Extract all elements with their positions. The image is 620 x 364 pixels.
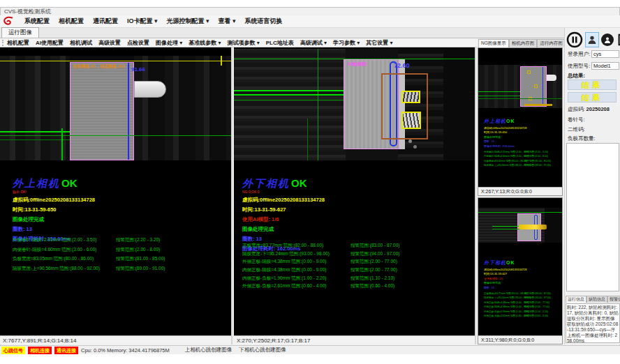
tool-test-item-params[interactable]: 测试项参数 ▾ [228,39,260,47]
process-done-line: 图像处理完成 [484,135,559,139]
yellow-baseline [0,61,231,61]
tool-ai-usage-config[interactable]: AI使用配置 [36,39,64,47]
tab-run-memory-image[interactable]: 运行内存图 [537,39,566,47]
tool-advanced-debug[interactable]: 高级调试 ▾ [300,39,327,47]
turns-line: 圈数: 13 [484,139,559,143]
camera-panel-lower: AI检测框 72.60 外下相机OK NG:0;OK:0 虚拟码:0ffline… [234,47,476,344]
mini-panel-upper[interactable]: 外上相机OK 虚拟码:0ffline20250208133134728 时间:1… [478,47,563,196]
model-row: 使用型号: Model1 [568,62,619,70]
tool-learning-params[interactable]: 学习参数 ▾ [333,39,360,47]
run-log-text[interactable]: 耗时: 222, 缺陷检测耗时: 17, 缺陷分离耗时: 0, 缺陷提取分区耗时… [566,303,620,343]
admin-mode-button[interactable] [601,33,614,46]
model-value[interactable]: Model1 [591,62,619,70]
time-line: 时间:13-31-59-627 [242,206,466,213]
tool-plc-address-table[interactable]: PLC地址表 [266,39,294,47]
measurement-text: 外侧正极-负极=2.61mm 范围:(0.60 - 4.00) [484,314,529,317]
measure-blue-line [128,63,129,160]
menu-view[interactable]: 查看 ▾ [219,17,236,26]
alarm-range: 报警范围:(89.00 - 91.00) [524,164,551,167]
elapsed-line: 图像处理耗时: 258.00ms [484,144,559,148]
tab-run-image[interactable]: 运行图像 [1,27,39,38]
mini-green-line-2 [478,96,520,96]
measurement-row: 外侧正极-负极=2.61mm 范围:(0.60 - 4.00)报警范围:(0.6… [242,283,473,291]
menu-io-config[interactable]: IO卡配置 ▾ [127,17,158,26]
menu-system-config[interactable]: 系统配置 [24,17,50,26]
mini-panel-lower[interactable]: 外下相机OK 虚拟码:0ffline20250208133134728 时间:1… [478,197,563,344]
machine-dot-2 [413,145,417,149]
camera-name: 外下相机 [242,177,290,189]
defect-box-1 [401,91,420,103]
mini-green-line-1 [478,91,520,92]
measurement-row: 正极宽度=83.77mm 范围:(82.00 - 88.00)报警范围:(83.… [484,292,559,295]
tool-image-processing[interactable]: 图像处理 ▾ [156,39,182,47]
green-line-b [234,94,346,96]
tool-camera-debug[interactable]: 相机调试 [70,39,92,47]
toolbar-grip[interactable] [2,40,3,46]
alarm-range: 报警范围:(2.00 - 77.00) [524,301,549,304]
right-side-panel: 登录用户: cys 使用型号: Model1 总结果: 结果 结果 虚拟码: 2… [564,28,620,344]
alarm-range: 报警范围:(2.00 - 77.00) [524,305,549,308]
menu-light-config[interactable]: 光源控制配置 ▾ [167,17,209,26]
tool-advanced-settings[interactable]: 高级设置 [98,39,121,47]
green-vline [61,128,63,160]
measurements-lower: 正极宽度=83.77mm 范围:(82.00 - 88.00)报警范围:(83.… [242,243,473,291]
camera-image-lower[interactable]: AI检测框 72.60 [234,49,475,160]
menu-comm-config[interactable]: 通讯配置 [93,17,118,26]
mini-pixel-coords-upper: X:267;Y:13;R:0;G:0;B:0 [478,187,562,195]
needle-number-label: 卷针号: [568,116,585,123]
tab-defect-info[interactable]: 缺陷信息 [586,296,607,303]
measurement-row: 正极宽度=83.77mm 范围:(82.00 - 88.00)报警范围:(83.… [242,243,473,251]
mini-green-top [478,212,562,213]
mini-yellow-mark-1 [527,70,531,74]
tool-spot-check[interactable]: 点检设置 [127,39,149,47]
electrode-block [70,62,134,160]
mini-camera-title: 外下相机OK [484,259,559,266]
user-mode-button[interactable] [585,32,599,47]
toolbar: 相机配置 AI使用配置 相机调试 高级设置 点检设置 图像处理 ▾ 基准线参数 … [0,38,477,47]
green-line-1 [0,131,70,132]
measurement-text: 外侧正极-负极=2.61mm 范围:(0.60 - 4.00) [242,283,326,288]
virtual-code-value: 20250208 [586,106,610,113]
menu-camera-config[interactable]: 相机配置 [59,17,84,26]
measurement-text: 外侧正极-隔膜=4.38mm 范围:(0.00 - 9.00) [242,259,326,264]
exit-button[interactable] [616,32,620,47]
mini-image-upper [478,65,562,108]
tab-alarm-info[interactable]: 报警信息 [607,296,620,303]
login-user-label: 登录用户: [568,51,590,58]
camera-status-ok: OK [291,177,307,189]
camera-panel-upper: 当前阈值:93，动态阈值:100 91.66 外上相机OK 输出:OK! 虚拟码… [0,47,232,344]
mini-view-tabs: NG图像显示 相机内存图 运行内存图 [478,38,563,47]
camera-image-upper[interactable]: 当前阈值:93，动态阈值:100 91.66 [0,56,231,160]
alarm-range: 报警范围:(83.00 - 87.00) [524,292,551,295]
tab-ng-image-display[interactable]: NG图像显示 [478,39,509,47]
defect-region-rect [381,73,428,139]
control-buttons [566,31,620,48]
alarm-range: 报警范围:(81.00 - 85.00) [116,256,165,262]
pause-button[interactable] [566,31,583,48]
tool-camera-config[interactable]: 相机配置 [7,39,29,47]
tool-other-settings[interactable]: 其它设置 ▾ [366,39,392,47]
info-list-box[interactable] [566,143,619,291]
lower-camera-heartbeat-status: 下相机心跳创建图像 [239,347,286,354]
tab-camera-memory-image[interactable]: 相机内存图 [509,39,538,47]
measurement-row: 内侧正极-隔膜=4.38mm 范围:(0.00 - 9.00)报警范围:(2.0… [484,305,559,308]
turns-line: 圈数: 13 [13,226,222,233]
mini-yellow-text [524,104,552,106]
process-done-line: 图像处理完成 [13,216,222,223]
measurement-text: 内侧正极-负极=1.90mm 范围:(1.00 - 2.20) [484,310,529,313]
login-user-value[interactable]: cys [591,50,619,58]
alarm-range: 报警范围:(81.00 - 85.00) [524,160,551,162]
green-line-3 [0,139,70,140]
mini-result-text-lower: 外下相机OK 虚拟码:0ffline20250208133134728 时间:1… [484,259,559,317]
mini-tab-piece [547,75,556,81]
tab-run-info[interactable]: 运行信息 [566,296,586,303]
result-box-1: 结果 [568,79,617,90]
alarm-range: 报警范围:(0.60 - 4.00) [350,283,394,289]
process-done-line: 图像处理完成 [242,226,466,233]
tool-baseline-params[interactable]: 基准线参数 ▾ [189,39,221,47]
mini-dark-right [545,208,562,243]
measurement-row: 内侧正极-负极=1.90mm 范围:(1.00 - 2.20)报警范围:(1.1… [484,310,559,313]
cpu-memory-status: Cpu: 0.0% Memory: 3424.41796875M [81,347,170,354]
window-title: CVS-视觉检测系统 [4,8,51,15]
menu-language-switch[interactable]: 系统语言切换 [245,17,283,26]
